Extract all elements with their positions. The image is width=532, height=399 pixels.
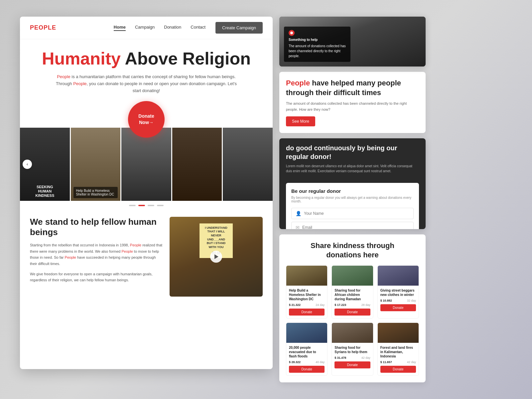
gallery-dots (20, 201, 273, 210)
hero-title-red: Humanity (42, 49, 121, 68)
donation-card-img-4 (286, 323, 327, 343)
email-input-wrap: ✉ (291, 222, 414, 229)
overlay-text: The amount of donations collected has be… (289, 44, 346, 59)
gallery-dot-3[interactable] (148, 205, 154, 206)
donation-card-title-3: Giving street beggars new clothes in win… (380, 288, 416, 297)
nav-link-campaign[interactable]: Campaign (135, 25, 155, 31)
donation-card-title-2: Sharing food for African children during… (334, 288, 370, 301)
donation-card-1: Help Build a Homeless Shelter in Washing… (286, 265, 328, 319)
donation-btn-5[interactable]: Donate (334, 361, 370, 368)
about-para-1: Starting from the rebellion that occurre… (30, 242, 163, 267)
svg-point-0 (290, 32, 293, 34)
donation-card-meta-5: $ 31.478 42 day (334, 356, 370, 359)
donation-card-3: Giving street beggars new clothes in win… (377, 265, 419, 319)
donation-card-body-2: Sharing food for African children during… (332, 286, 373, 318)
donation-card-img-6 (378, 323, 419, 343)
nav-logo: PEOPLE (30, 24, 56, 31)
right-heading: People have helped many people through t… (286, 78, 419, 97)
donation-card-meta-6: $ 11.657 42 day (380, 360, 416, 364)
donations-title: Share kindness through donations here (286, 241, 419, 260)
gallery-image-3 (121, 128, 171, 201)
about-video-image: I UNDERSTAND THAT I WILL NEVER UND___AND… (170, 217, 263, 297)
donation-card-title-4: 20,000 people evacuated due to flash flo… (289, 345, 325, 358)
donation-days-4: 40 day (316, 360, 325, 364)
donation-amount-2: $ 17.223 (334, 303, 346, 307)
hero-title-bold: Religion (183, 49, 251, 68)
good-section-content: do good continuously by being our regula… (279, 138, 426, 183)
donation-amount-1: $ 21.322 (289, 303, 301, 307)
nav-link-contact[interactable]: Contact (191, 25, 205, 31)
good-continuously-section: do good continuously by being our regula… (279, 138, 426, 229)
donation-btn-2[interactable]: Donate (334, 309, 370, 316)
donation-days-6: 42 day (407, 360, 416, 364)
donation-btn-6[interactable]: Donate (380, 366, 416, 373)
nav-link-donation[interactable]: Donation (164, 25, 181, 31)
donation-btn-3[interactable]: Donate (380, 304, 416, 311)
donation-card-body-3: Giving street beggars new clothes in win… (378, 286, 419, 314)
donation-days-5: 42 day (361, 356, 370, 359)
donation-btn-1[interactable]: Donate (289, 309, 325, 316)
nav-links: Home Campaign Donation Contact (114, 25, 205, 31)
create-campaign-button[interactable]: Create Campaign (215, 22, 263, 34)
right-text-block: People have helped many people through t… (279, 72, 426, 133)
donation-card-img-2 (332, 266, 373, 286)
donation-card-title-6: Forest and land fires in Kalimantan, Ind… (380, 345, 416, 358)
donation-btn-4[interactable]: Donate (289, 366, 325, 373)
overlay-card: Something to help The amount of donation… (284, 27, 350, 62)
gallery-image-5 (223, 128, 273, 201)
overlay-title: Something to help (289, 37, 346, 42)
name-input-wrap: 👤 (291, 208, 414, 219)
donate-button-wrap: Donate Now→ (20, 101, 273, 138)
about-section: We stand to help fellow human beings Sta… (20, 210, 273, 303)
donation-card-body-5: Sharing food for Syrians to help them $ … (332, 343, 373, 371)
gallery-dot-4[interactable] (157, 205, 164, 206)
donate-label: Donate (138, 113, 154, 119)
donate-now-label: Now→ (139, 119, 154, 125)
about-text: We stand to help fellow human beings Sta… (30, 217, 163, 288)
donation-card-meta-1: $ 21.322 24 day (289, 303, 325, 307)
right-panel: Something to help The amount of donation… (279, 17, 426, 382)
about-para-2: We give freedom for everyone to open a c… (30, 271, 163, 283)
donor-form: Be our regular donor By becoming a regul… (286, 183, 419, 229)
about-title: We stand to help fellow human beings (30, 217, 163, 237)
donation-card-meta-4: $ 28.322 40 day (289, 360, 325, 364)
donation-amount-5: $ 31.478 (334, 356, 346, 359)
main-website-panel: PEOPLE Home Campaign Donation Contact Cr… (20, 17, 273, 369)
hero-section: Humanity Above Religion People is a huma… (20, 39, 273, 94)
donate-now-button[interactable]: Donate Now→ (128, 101, 165, 138)
donations-section: Share kindness through donations here He… (279, 234, 426, 382)
gallery-dot-1[interactable] (129, 205, 136, 206)
donation-card-title-5: Sharing food for Syrians to help them (334, 345, 370, 354)
donation-card-body-6: Forest and land fires in Kalimantan, Ind… (378, 343, 419, 375)
right-heading-red: People (286, 79, 310, 87)
donation-days-1: 24 day (316, 303, 325, 307)
gallery-prev-button[interactable]: ‹ (23, 160, 32, 169)
hero-title: Humanity Above Religion (30, 49, 263, 68)
right-para: The amount of donations collected has be… (286, 101, 419, 112)
good-subtext: Lorem mollit non deserunt ullamco est ut… (286, 164, 419, 174)
donor-form-heading: Be our regular donor (291, 188, 414, 194)
name-input[interactable] (304, 211, 409, 216)
donation-amount-4: $ 28.322 (289, 360, 301, 364)
donation-card-title-1: Help Build a Homeless Shelter in Washing… (289, 288, 325, 301)
hero-subtitle: People is a humanitarian platform that c… (53, 73, 239, 94)
donation-card-img-5 (332, 323, 373, 343)
donation-amount-3: $ 10.882 (380, 299, 392, 302)
person-icon: 👤 (296, 211, 301, 216)
donations-title-line1: Share kindness through (286, 241, 419, 251)
gallery-dot-2[interactable] (138, 205, 145, 206)
gallery-image-4 (172, 128, 222, 201)
good-heading: do good continuously by being our regula… (286, 144, 419, 161)
see-more-button[interactable]: See More (286, 116, 315, 126)
donation-card-6: Forest and land fires in Kalimantan, Ind… (377, 323, 419, 376)
email-input[interactable] (302, 225, 409, 229)
navbar: PEOPLE Home Campaign Donation Contact Cr… (20, 17, 273, 39)
donations-grid: Help Build a Homeless Shelter in Washing… (286, 265, 419, 376)
overlay-card-icon (289, 30, 295, 36)
donation-card-2: Sharing food for African children during… (332, 265, 373, 319)
hero-title-normal: Above (121, 49, 183, 68)
nav-link-home[interactable]: Home (114, 25, 126, 31)
video-play-button[interactable] (210, 251, 222, 263)
email-icon: ✉ (296, 225, 300, 229)
donation-days-2: 28 day (361, 303, 370, 307)
